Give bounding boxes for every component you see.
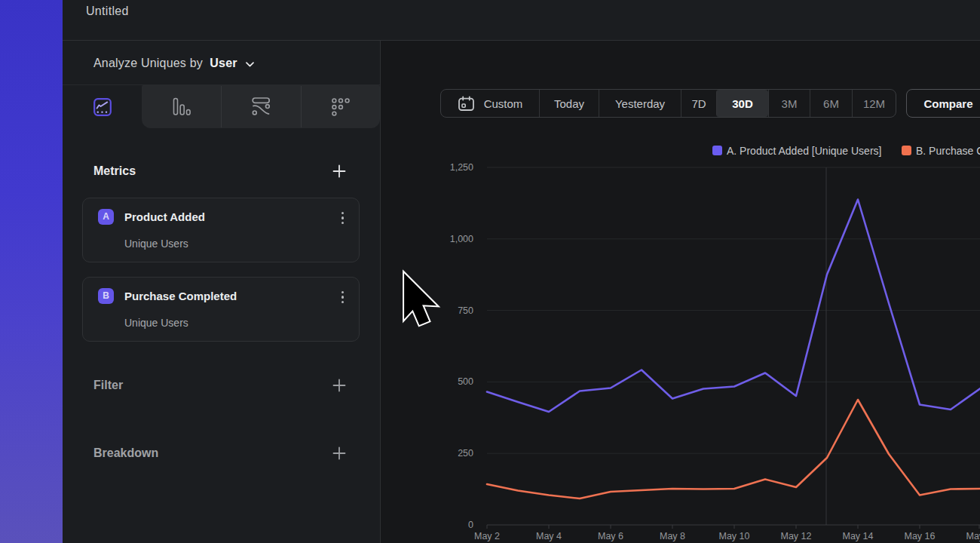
svg-text:1,000: 1,000 xyxy=(450,234,473,244)
svg-text:May 4: May 4 xyxy=(536,531,562,541)
svg-text:250: 250 xyxy=(458,448,473,459)
svg-text:May 12: May 12 xyxy=(781,531,812,541)
svg-text:May 6: May 6 xyxy=(598,531,623,541)
svg-text:May 2: May 2 xyxy=(474,531,500,541)
svg-text:May 8: May 8 xyxy=(660,531,685,541)
svg-text:750: 750 xyxy=(458,305,473,316)
svg-text:0: 0 xyxy=(468,520,473,530)
svg-text:May 14: May 14 xyxy=(843,531,874,541)
svg-text:May 10: May 10 xyxy=(719,531,750,541)
svg-text:A. Product Added [Unique Users: A. Product Added [Unique Users] xyxy=(727,145,881,157)
svg-text:May 18: May 18 xyxy=(966,531,980,541)
svg-text:B. Purchase Completed [Unique: B. Purchase Completed [Unique Users] xyxy=(916,145,980,157)
svg-text:500: 500 xyxy=(458,376,473,387)
svg-text:May 16: May 16 xyxy=(905,531,936,541)
svg-text:1,250: 1,250 xyxy=(450,162,473,173)
